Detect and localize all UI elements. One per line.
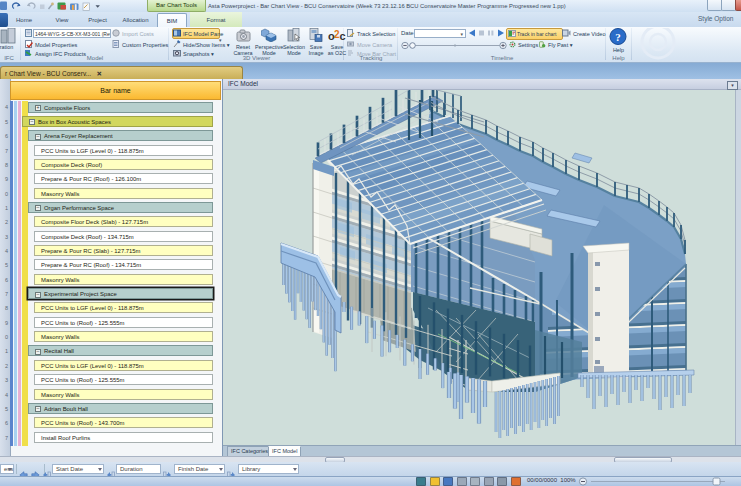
svg-text:?: ? <box>615 31 621 43</box>
svg-text:c: c <box>340 30 346 42</box>
